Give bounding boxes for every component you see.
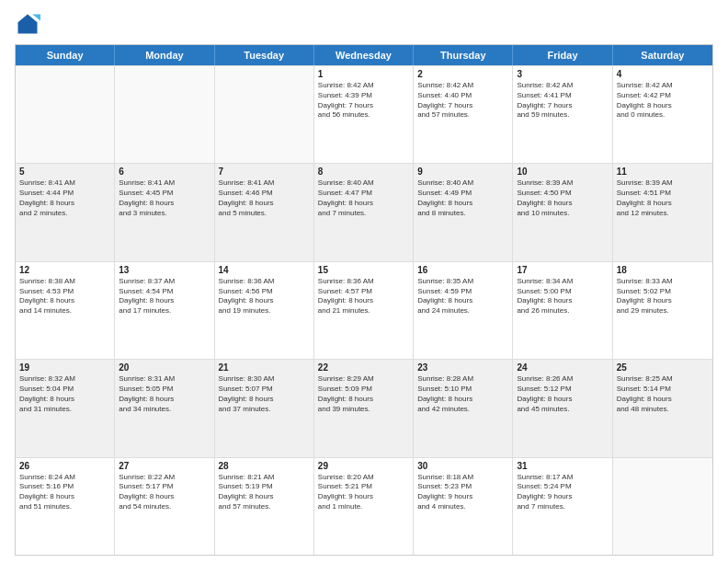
- day-number: 28: [219, 461, 310, 471]
- calendar-cell: [16, 66, 115, 163]
- calendar: SundayMondayTuesdayWednesdayThursdayFrid…: [15, 44, 713, 556]
- calendar-cell: 8Sunrise: 8:40 AM Sunset: 4:47 PM Daylig…: [314, 164, 414, 260]
- cell-content: Sunrise: 8:39 AM Sunset: 4:50 PM Dayligh…: [517, 178, 608, 218]
- cell-content: Sunrise: 8:22 AM Sunset: 5:17 PM Dayligh…: [119, 473, 210, 512]
- cell-content: Sunrise: 8:32 AM Sunset: 5:04 PM Dayligh…: [19, 374, 110, 414]
- cell-content: Sunrise: 8:18 AM Sunset: 5:23 PM Dayligh…: [417, 473, 508, 512]
- calendar-cell: 12Sunrise: 8:38 AM Sunset: 4:53 PM Dayli…: [16, 262, 115, 359]
- day-number: 25: [617, 362, 709, 373]
- day-number: 4: [617, 69, 709, 79]
- day-number: 12: [19, 265, 110, 275]
- day-number: 29: [318, 461, 409, 471]
- day-number: 17: [517, 265, 608, 275]
- cell-content: Sunrise: 8:38 AM Sunset: 4:53 PM Dayligh…: [19, 277, 110, 316]
- calendar-cell: 2Sunrise: 8:42 AM Sunset: 4:40 PM Daylig…: [414, 66, 513, 163]
- calendar-cell: [613, 458, 712, 555]
- calendar-cell: 16Sunrise: 8:35 AM Sunset: 4:59 PM Dayli…: [414, 262, 513, 359]
- cell-content: Sunrise: 8:42 AM Sunset: 4:40 PM Dayligh…: [417, 81, 508, 121]
- day-number: 21: [219, 362, 310, 373]
- day-number: 18: [617, 265, 709, 275]
- calendar-cell: 10Sunrise: 8:39 AM Sunset: 4:50 PM Dayli…: [513, 164, 612, 260]
- calendar-header-cell: Thursday: [414, 45, 513, 65]
- calendar-cell: 17Sunrise: 8:34 AM Sunset: 5:00 PM Dayli…: [513, 262, 612, 359]
- cell-content: Sunrise: 8:20 AM Sunset: 5:21 PM Dayligh…: [318, 473, 409, 512]
- day-number: 26: [19, 461, 110, 471]
- calendar-cell: 18Sunrise: 8:33 AM Sunset: 5:02 PM Dayli…: [613, 262, 712, 359]
- calendar-header-cell: Friday: [513, 45, 612, 65]
- svg-marker-0: [18, 15, 38, 34]
- calendar-cell: 13Sunrise: 8:37 AM Sunset: 4:54 PM Dayli…: [115, 262, 214, 359]
- calendar-cell: 23Sunrise: 8:28 AM Sunset: 5:10 PM Dayli…: [414, 360, 513, 456]
- cell-content: Sunrise: 8:31 AM Sunset: 5:05 PM Dayligh…: [119, 374, 210, 414]
- cell-content: Sunrise: 8:41 AM Sunset: 4:45 PM Dayligh…: [119, 178, 210, 218]
- cell-content: Sunrise: 8:25 AM Sunset: 5:14 PM Dayligh…: [617, 374, 709, 414]
- cell-content: Sunrise: 8:40 AM Sunset: 4:47 PM Dayligh…: [318, 178, 409, 218]
- calendar-cell: 3Sunrise: 8:42 AM Sunset: 4:41 PM Daylig…: [513, 66, 612, 163]
- header: [15, 11, 713, 37]
- cell-content: Sunrise: 8:37 AM Sunset: 4:54 PM Dayligh…: [119, 277, 210, 316]
- day-number: 22: [318, 362, 409, 373]
- calendar-cell: 30Sunrise: 8:18 AM Sunset: 5:23 PM Dayli…: [414, 458, 513, 555]
- cell-content: Sunrise: 8:36 AM Sunset: 4:57 PM Dayligh…: [318, 277, 409, 316]
- cell-content: Sunrise: 8:42 AM Sunset: 4:41 PM Dayligh…: [517, 81, 608, 121]
- calendar-body: 1Sunrise: 8:42 AM Sunset: 4:39 PM Daylig…: [16, 65, 712, 555]
- cell-content: Sunrise: 8:41 AM Sunset: 4:46 PM Dayligh…: [219, 178, 310, 218]
- calendar-cell: 20Sunrise: 8:31 AM Sunset: 5:05 PM Dayli…: [115, 360, 214, 456]
- cell-content: Sunrise: 8:36 AM Sunset: 4:56 PM Dayligh…: [219, 277, 310, 316]
- calendar-week: 12Sunrise: 8:38 AM Sunset: 4:53 PM Dayli…: [16, 261, 712, 359]
- calendar-header-cell: Wednesday: [314, 45, 414, 65]
- calendar-cell: 27Sunrise: 8:22 AM Sunset: 5:17 PM Dayli…: [115, 458, 214, 555]
- page: SundayMondayTuesdayWednesdayThursdayFrid…: [0, 0, 728, 563]
- day-number: 27: [119, 461, 210, 471]
- day-number: 1: [318, 69, 409, 79]
- calendar-header-cell: Monday: [115, 45, 214, 65]
- cell-content: Sunrise: 8:28 AM Sunset: 5:10 PM Dayligh…: [417, 374, 508, 414]
- calendar-cell: 26Sunrise: 8:24 AM Sunset: 5:16 PM Dayli…: [16, 458, 115, 555]
- calendar-header-cell: Saturday: [613, 45, 712, 65]
- calendar-cell: 31Sunrise: 8:17 AM Sunset: 5:24 PM Dayli…: [513, 458, 612, 555]
- calendar-cell: 14Sunrise: 8:36 AM Sunset: 4:56 PM Dayli…: [215, 262, 314, 359]
- day-number: 5: [19, 167, 110, 177]
- day-number: 15: [318, 265, 409, 275]
- calendar-week: 19Sunrise: 8:32 AM Sunset: 5:04 PM Dayli…: [16, 359, 712, 456]
- cell-content: Sunrise: 8:33 AM Sunset: 5:02 PM Dayligh…: [617, 277, 709, 316]
- day-number: 14: [219, 265, 310, 275]
- day-number: 10: [517, 167, 608, 177]
- cell-content: Sunrise: 8:21 AM Sunset: 5:19 PM Dayligh…: [219, 473, 310, 512]
- calendar-cell: 11Sunrise: 8:39 AM Sunset: 4:51 PM Dayli…: [613, 164, 712, 260]
- calendar-cell: 22Sunrise: 8:29 AM Sunset: 5:09 PM Dayli…: [314, 360, 414, 456]
- calendar-cell: 6Sunrise: 8:41 AM Sunset: 4:45 PM Daylig…: [115, 164, 214, 260]
- calendar-cell: 9Sunrise: 8:40 AM Sunset: 4:49 PM Daylig…: [414, 164, 513, 260]
- calendar-week: 26Sunrise: 8:24 AM Sunset: 5:16 PM Dayli…: [16, 457, 712, 555]
- day-number: 20: [119, 362, 210, 373]
- cell-content: Sunrise: 8:35 AM Sunset: 4:59 PM Dayligh…: [417, 277, 508, 316]
- cell-content: Sunrise: 8:39 AM Sunset: 4:51 PM Dayligh…: [617, 178, 709, 218]
- calendar-cell: 5Sunrise: 8:41 AM Sunset: 4:44 PM Daylig…: [16, 164, 115, 260]
- day-number: 7: [219, 167, 310, 177]
- calendar-cell: [115, 66, 214, 163]
- calendar-header-cell: Sunday: [16, 45, 115, 65]
- cell-content: Sunrise: 8:30 AM Sunset: 5:07 PM Dayligh…: [219, 374, 310, 414]
- calendar-cell: 24Sunrise: 8:26 AM Sunset: 5:12 PM Dayli…: [513, 360, 612, 456]
- cell-content: Sunrise: 8:42 AM Sunset: 4:39 PM Dayligh…: [318, 81, 409, 121]
- calendar-header-cell: Tuesday: [215, 45, 314, 65]
- day-number: 13: [119, 265, 210, 275]
- day-number: 30: [417, 461, 508, 471]
- calendar-cell: 21Sunrise: 8:30 AM Sunset: 5:07 PM Dayli…: [215, 360, 314, 456]
- calendar-week: 5Sunrise: 8:41 AM Sunset: 4:44 PM Daylig…: [16, 163, 712, 260]
- cell-content: Sunrise: 8:24 AM Sunset: 5:16 PM Dayligh…: [19, 473, 110, 512]
- day-number: 2: [417, 69, 508, 79]
- cell-content: Sunrise: 8:34 AM Sunset: 5:00 PM Dayligh…: [517, 277, 608, 316]
- cell-content: Sunrise: 8:29 AM Sunset: 5:09 PM Dayligh…: [318, 374, 409, 414]
- cell-content: Sunrise: 8:17 AM Sunset: 5:24 PM Dayligh…: [517, 473, 608, 512]
- calendar-cell: 7Sunrise: 8:41 AM Sunset: 4:46 PM Daylig…: [215, 164, 314, 260]
- day-number: 8: [318, 167, 409, 177]
- day-number: 31: [517, 461, 608, 471]
- day-number: 23: [417, 362, 508, 373]
- day-number: 3: [517, 69, 608, 79]
- day-number: 16: [417, 265, 508, 275]
- calendar-cell: [215, 66, 314, 163]
- calendar-cell: 4Sunrise: 8:42 AM Sunset: 4:42 PM Daylig…: [613, 66, 712, 163]
- cell-content: Sunrise: 8:41 AM Sunset: 4:44 PM Dayligh…: [19, 178, 110, 218]
- cell-content: Sunrise: 8:42 AM Sunset: 4:42 PM Dayligh…: [617, 81, 709, 121]
